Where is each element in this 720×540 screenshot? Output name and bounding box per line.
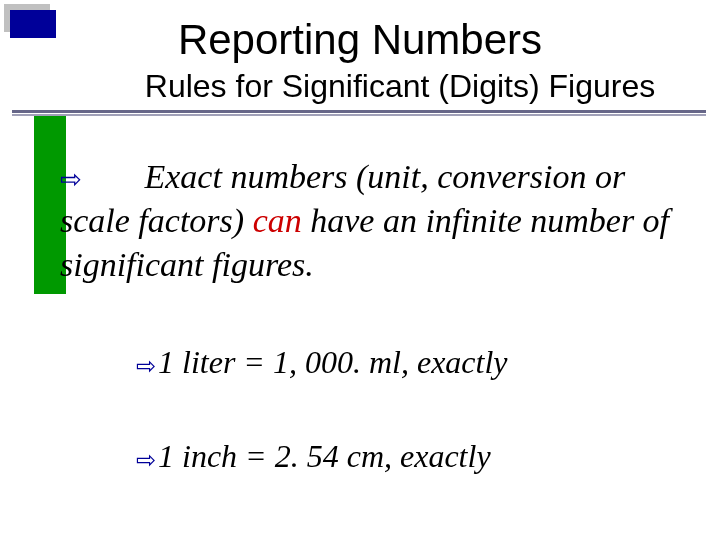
divider-line-dark — [12, 110, 706, 113]
arrow-icon: ⇨ — [60, 165, 102, 194]
sub-bullet-1: ⇨1 liter = 1, 000. ml, exactly — [136, 344, 696, 381]
arrow-icon: ⇨ — [136, 447, 158, 473]
page-subtitle: Rules for Significant (Digits) Figures — [0, 68, 720, 105]
bullet-can: can — [253, 202, 302, 239]
sub-bullet-text: 1 liter = 1, 000. ml, exactly — [158, 344, 508, 380]
arrow-icon: ⇨ — [136, 353, 158, 379]
sub-bullet-2: ⇨1 inch = 2. 54 cm, exactly — [136, 438, 696, 475]
page-title: Reporting Numbers — [0, 16, 720, 64]
divider-line-light — [12, 114, 706, 116]
indent — [102, 158, 145, 195]
sub-bullet-text: 1 inch = 2. 54 cm, exactly — [158, 438, 491, 474]
main-bullet: ⇨ Exact numbers (unit, conversion or sca… — [60, 155, 700, 288]
